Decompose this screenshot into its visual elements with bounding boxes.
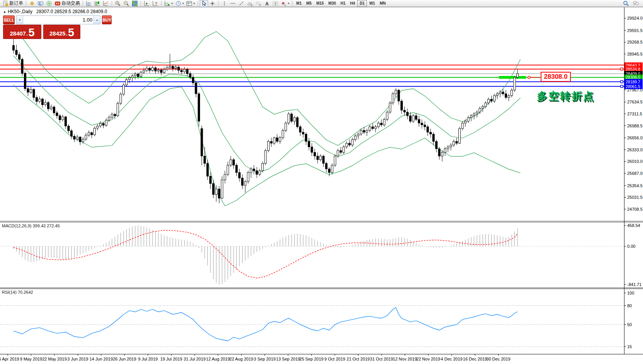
dropdown-caret-icon[interactable]: ▾ (171, 2, 173, 5)
candle-body (71, 131, 73, 136)
candle-body (488, 99, 490, 103)
timeframe-m5-button[interactable]: M5 (304, 0, 314, 7)
annotation-note[interactable]: 多空转折点 (537, 89, 595, 103)
candle-body (299, 127, 301, 132)
search-icon (623, 0, 629, 7)
terminal-button[interactable] (36, 0, 45, 7)
candlestick-chart-button[interactable] (93, 0, 102, 7)
new-order-button[interactable]: 新订单 (1, 0, 24, 7)
indicators-button[interactable]: ▾ (163, 0, 174, 7)
zoom-out-button[interactable] (122, 0, 131, 7)
sell-button[interactable]: SELL (3, 15, 15, 24)
candle-body (169, 66, 171, 68)
text-label-button[interactable]: T (271, 0, 280, 7)
price-axis[interactable]: 29924.029591.529268.528945.527967.027634… (621, 16, 643, 349)
timeframe-h4-button[interactable]: H4 (348, 0, 358, 7)
line-anchor-marker[interactable] (621, 85, 623, 88)
fibonacci-button[interactable]: F (254, 0, 263, 7)
timeframe-m30-button[interactable]: M30 (326, 0, 338, 7)
crosshair-button[interactable] (208, 0, 217, 7)
text-button[interactable]: A (263, 0, 271, 7)
candle-body (436, 141, 438, 149)
periods-button[interactable]: ▾ (174, 0, 185, 7)
chart-shift-button[interactable] (151, 0, 159, 7)
timeframe-d1-button[interactable]: D1 (357, 0, 367, 7)
timeframe-h1-button[interactable]: H1 (338, 0, 348, 7)
candle-body (230, 160, 232, 165)
candle-body (459, 129, 461, 143)
price-callout-label[interactable]: 28308.0 (541, 72, 571, 82)
buy-price[interactable]: 28425.5 (43, 25, 80, 39)
rsi-pane (0, 306, 624, 347)
timeframe-w1-button[interactable]: W1 (367, 0, 377, 7)
date-tick-label: 3 Jun 2019 (67, 357, 88, 361)
candle-body (465, 121, 467, 123)
candle-body (340, 151, 342, 152)
market-depth-button[interactable] (28, 0, 36, 7)
candle-body (265, 151, 266, 163)
price-tick-label: 26988.5 (627, 124, 643, 128)
vertical-line-button[interactable] (220, 0, 229, 7)
auto-scroll-button[interactable] (143, 0, 151, 7)
candle-body (250, 169, 252, 172)
bar-chart-button[interactable] (85, 0, 93, 7)
chart-canvas[interactable]: 29924.029591.529268.528945.527967.027634… (0, 0, 643, 364)
price-tick-label: 28945.5 (627, 52, 643, 56)
candle-body (241, 178, 243, 185)
main-price-pane (0, 26, 624, 206)
candle-body (331, 165, 333, 173)
date-tick-label: 22 May 2019 (42, 357, 67, 361)
date-tick-label: 3 Sep 2019 (254, 357, 275, 361)
turning-point-highlight[interactable] (499, 76, 526, 79)
date-tick-label: 22 Nov 2019 (416, 357, 440, 361)
dropdown-caret-icon[interactable]: ▾ (183, 2, 184, 5)
line-chart-button[interactable] (102, 0, 110, 7)
timeframe-m1-button[interactable]: M1 (294, 0, 304, 7)
buy-button[interactable]: BUY (102, 15, 112, 24)
candle-body (140, 72, 142, 76)
candle-body (337, 151, 339, 156)
templates-icon (186, 0, 192, 7)
date-tick-label: 30 Dec 2019 (486, 357, 510, 361)
candle-body (175, 67, 177, 69)
dropdown-caret-icon[interactable]: ▾ (193, 2, 195, 5)
autotrading-button[interactable]: 自动交易 (53, 0, 81, 7)
candle-body (508, 96, 510, 98)
shapes-button[interactable]: ▾ (280, 0, 291, 7)
date-tick-label: 25 Sep 2019 (299, 357, 323, 361)
timeframe-m15-button[interactable]: M15 (314, 0, 326, 7)
line-anchor-marker[interactable] (621, 68, 623, 70)
candle-body (163, 69, 165, 73)
candle-body (13, 46, 15, 50)
collapse-arrow-icon[interactable]: ▲ (3, 10, 6, 14)
candle-body (328, 169, 330, 172)
line-anchor-marker[interactable] (621, 81, 623, 83)
timeframe-mn-button[interactable]: MN (377, 0, 388, 7)
candle-body (56, 113, 58, 116)
trendline-button[interactable] (237, 0, 246, 7)
tile-windows-button[interactable] (131, 0, 139, 7)
sell-price[interactable]: 28407.5 (3, 25, 41, 39)
volume-decrease-button[interactable]: ▼ (17, 16, 23, 24)
volume-input[interactable] (23, 16, 93, 24)
search-button[interactable] (622, 0, 630, 7)
fibonacci-icon: F (255, 0, 261, 7)
zoom-in-button[interactable] (114, 0, 122, 7)
volume-increase-button[interactable]: ▲ (93, 16, 100, 24)
rsi-tick-label: 15 (627, 344, 632, 349)
candle-body (244, 182, 246, 185)
candle-body (305, 134, 307, 141)
price-tick-label: 27311.5 (627, 112, 642, 116)
date-tick-label: 22 Aug 2019 (229, 357, 253, 361)
horizontal-line-button[interactable] (229, 0, 237, 7)
signal-button[interactable] (45, 0, 53, 7)
equidistant-channel-button[interactable]: E (246, 0, 254, 7)
candle-body (276, 138, 278, 141)
templates-button[interactable]: ▾ (185, 0, 196, 7)
date-axis[interactable]: 26 Apr 20199 May 201922 May 20193 Jun 20… (0, 354, 511, 362)
chat-button[interactable] (632, 0, 640, 7)
dropdown-caret-icon[interactable]: ▾ (288, 2, 290, 5)
cursor-button[interactable] (200, 0, 208, 7)
candle-body (317, 156, 319, 159)
candle-body (19, 54, 20, 59)
